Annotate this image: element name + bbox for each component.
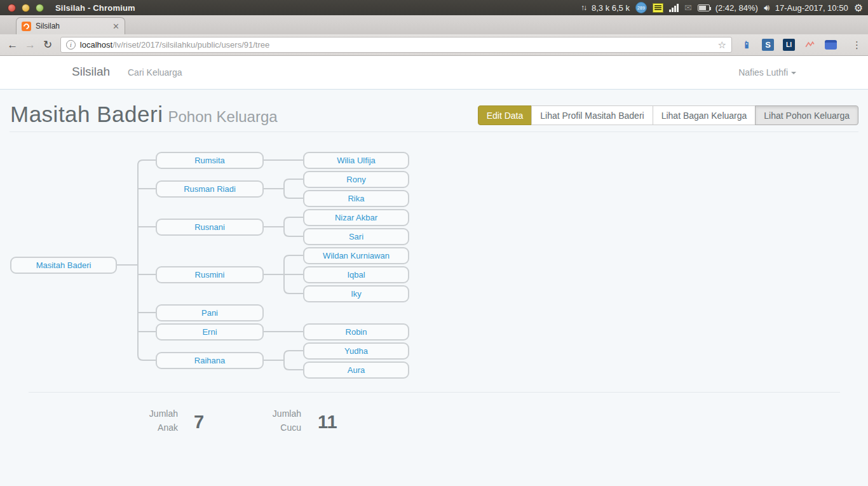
tree-node-nizar-akbar[interactable]: Nizar Akbar [303,209,409,226]
tree-node-aura[interactable]: Aura [303,361,409,379]
tree-node-rika[interactable]: Rika [303,190,409,207]
tree-node-robin[interactable]: Robin [303,323,409,341]
tree-node-iky[interactable]: Iky [303,285,409,302]
tree-node-rusmini[interactable]: Rusmini [156,266,264,283]
tree-node-raihana[interactable]: Raihana [156,352,264,369]
footer-divider [29,392,840,393]
jumlah-cucu-value: 11 [318,412,337,433]
tree-node-erni[interactable]: Erni [156,323,264,341]
jumlah-cucu-label: JumlahCucu [250,407,301,435]
tree-node-yudha[interactable]: Yudha [303,342,409,360]
tree-node-rony[interactable]: Rony [303,171,409,188]
screen: Silsilah - Chromium ↑↓ 8,3 k 6,5 k 289 ✉… [0,0,868,486]
tree-node-masitah-baderi[interactable]: Masitah Baderi [10,257,117,274]
tree-node-rusnani[interactable]: Rusnani [156,219,264,236]
tree-node-wildan-kurniawan[interactable]: Wildan Kurniawan [303,247,409,264]
tree-node-wilia-ulfija[interactable]: Wilia Ulfija [303,152,409,169]
jumlah-anak-value: 7 [194,412,204,433]
tree-node-iqbal[interactable]: Iqbal [303,266,409,283]
tree-node-pani[interactable]: Pani [156,304,264,321]
tree-node-rusman-riadi[interactable]: Rusman Riadi [156,180,264,198]
tree-node-sari[interactable]: Sari [303,228,409,245]
jumlah-anak-label: JumlahAnak [127,407,178,435]
tree-node-rumsita[interactable]: Rumsita [156,152,264,169]
